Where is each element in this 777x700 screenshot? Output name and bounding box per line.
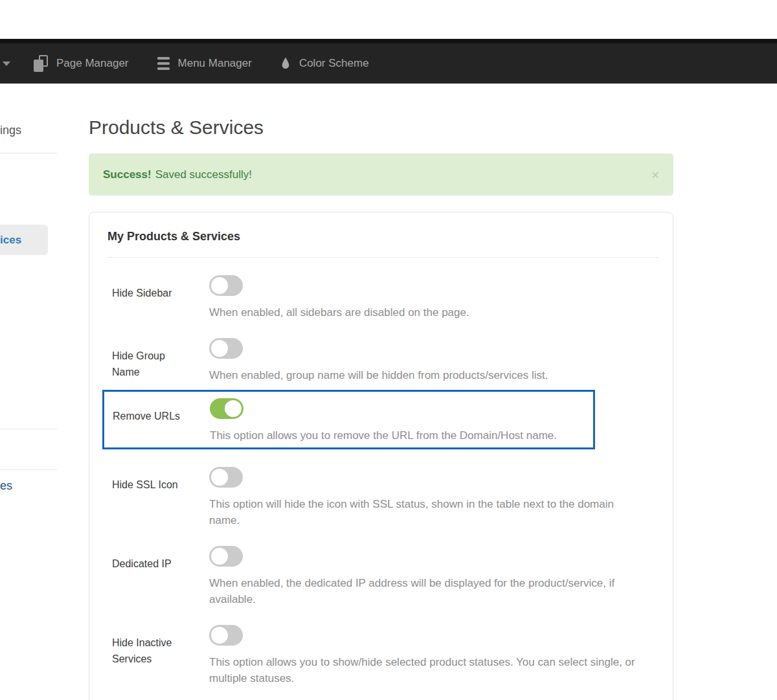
toolbar-item-menu-manager[interactable]: Menu Manager: [157, 55, 252, 72]
toolbar-item-label: Page Manager: [56, 57, 129, 70]
setting-control-hide-inactive-services: This option allows you to show/hide sele…: [209, 625, 636, 686]
setting-label-hide-group-name: Hide Group Name: [112, 338, 182, 383]
setting-row-hide-sidebar: Hide SidebarWhen enabled, all sidebars a…: [112, 275, 650, 321]
setting-control-hide-ssl-icon: This option will hide the icon with SSL …: [209, 467, 636, 528]
sidebar-link[interactable]: es: [0, 479, 12, 493]
setting-row-dedicated-ip: Dedicated IPWhen enabled, the dedicated …: [112, 546, 650, 607]
hide-sidebar-toggle[interactable]: [209, 275, 243, 296]
toggle-knob: [211, 548, 228, 565]
setting-control-hide-sidebar: When enabled, all sidebars are disabled …: [209, 275, 469, 321]
toolbar-item-page-manager[interactable]: Page Manager: [34, 55, 129, 72]
pages-icon: [34, 55, 48, 72]
card-divider: [107, 257, 659, 258]
droplet-icon: [280, 56, 291, 71]
sidebar-heading: ings: [0, 124, 21, 137]
setting-row-remove-urls: Remove URLsThis option allows you to rem…: [102, 390, 595, 449]
setting-row-hide-ssl-icon: Hide SSL IconThis option will hide the i…: [112, 467, 650, 528]
toggle-knob: [211, 469, 228, 486]
alert-strong-text: Success!: [103, 168, 152, 181]
toolbar-items: Page ManagerMenu ManagerColor Scheme: [34, 55, 369, 72]
settings-list: Hide SidebarWhen enabled, all sidebars a…: [112, 275, 650, 700]
sidebar-item-products-services[interactable]: ices: [0, 225, 48, 255]
hide-group-name-toggle[interactable]: [209, 338, 243, 359]
toolbar-item-label: Color Scheme: [299, 57, 369, 70]
toggle-knob: [225, 400, 242, 417]
admin-toolbar: Page ManagerMenu ManagerColor Scheme: [0, 39, 777, 84]
close-icon[interactable]: ×: [651, 168, 659, 181]
remove-urls-toggle[interactable]: [210, 398, 243, 419]
setting-label-dedicated-ip: Dedicated IP: [112, 546, 182, 607]
setting-label-hide-sidebar: Hide Sidebar: [112, 275, 182, 321]
setting-description-remove-urls: This option allows you to remove the URL…: [210, 427, 557, 444]
dedicated-ip-toggle[interactable]: [209, 546, 243, 567]
hide-ssl-icon-toggle[interactable]: [209, 467, 243, 488]
page-title: Products & Services: [89, 115, 673, 139]
toolbar-item-color-scheme[interactable]: Color Scheme: [280, 55, 369, 72]
setting-description-hide-ssl-icon: This option will hide the icon with SSL …: [209, 496, 636, 528]
setting-control-dedicated-ip: When enabled, the dedicated IP address w…: [209, 546, 636, 607]
toolbar-item-label: Menu Manager: [178, 57, 252, 70]
sidebar-divider: [0, 429, 57, 429]
setting-description-hide-sidebar: When enabled, all sidebars are disabled …: [209, 304, 469, 321]
alert-message: Saved successfully!: [155, 168, 252, 181]
toggle-knob: [211, 340, 228, 357]
setting-description-hide-group-name: When enabled, group name will be hidden …: [209, 367, 548, 383]
setting-description-hide-inactive-services: This option allows you to show/hide sele…: [209, 654, 636, 686]
setting-description-dedicated-ip: When enabled, the dedicated IP address w…: [209, 575, 636, 607]
setting-label-hide-inactive-services: Hide Inactive Services: [112, 625, 182, 686]
setting-control-hide-group-name: When enabled, group name will be hidden …: [209, 338, 548, 383]
toggle-knob: [211, 277, 228, 294]
setting-label-remove-urls: Remove URLs: [113, 398, 183, 444]
sidebar-divider: [0, 153, 57, 153]
setting-control-remove-urls: This option allows you to remove the URL…: [210, 398, 557, 444]
sidebar-divider: [0, 469, 57, 470]
hide-inactive-services-toggle[interactable]: [209, 625, 243, 646]
setting-label-hide-ssl-icon: Hide SSL Icon: [112, 467, 182, 528]
toggle-knob: [211, 627, 228, 644]
setting-row-hide-group-name: Hide Group NameWhen enabled, group name …: [112, 338, 650, 383]
caret-down-icon[interactable]: [3, 62, 10, 66]
success-alert: Success! Saved successfully! ×: [89, 153, 673, 196]
main-content: Products & Services Success! Saved succe…: [89, 84, 673, 700]
menu-icon: [157, 57, 170, 70]
card-title: My Products & Services: [107, 212, 650, 243]
setting-row-hide-inactive-services: Hide Inactive ServicesThis option allows…: [112, 625, 650, 686]
settings-card: My Products & Services Hide SidebarWhen …: [89, 212, 673, 700]
